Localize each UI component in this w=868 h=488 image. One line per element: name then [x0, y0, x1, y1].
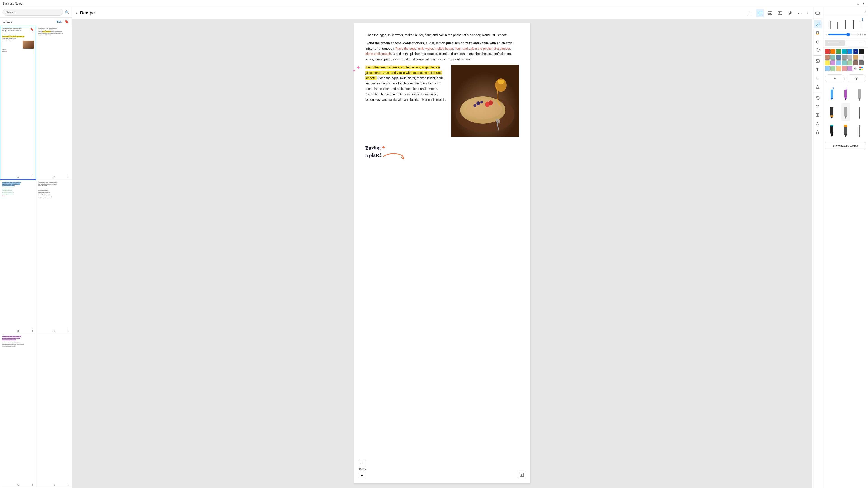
search-input[interactable]	[3, 9, 63, 15]
highlight-draw-button[interactable]	[813, 29, 822, 37]
color-purple-light[interactable]	[847, 66, 852, 71]
panel-view-button[interactable]	[746, 9, 754, 17]
color-cream[interactable]	[859, 55, 864, 60]
color-sage[interactable]	[847, 60, 852, 65]
pen-preset-2[interactable]	[835, 18, 841, 29]
color-grid-icon[interactable]	[859, 66, 864, 71]
color-black[interactable]	[859, 49, 864, 54]
zoom-out-button[interactable]: −	[359, 472, 366, 479]
pen-preset-1[interactable]	[827, 18, 834, 29]
thumbnail-more-button[interactable]: ⋮	[31, 328, 34, 332]
image-button[interactable]	[766, 9, 774, 17]
pen-gray[interactable]	[855, 85, 864, 102]
delete-preset-button[interactable]: 🗑	[846, 74, 866, 83]
color-green[interactable]	[836, 49, 841, 54]
color-gray[interactable]	[842, 55, 847, 60]
attach-button[interactable]	[786, 9, 794, 17]
thumbnail-more-button[interactable]: ⋮	[30, 174, 34, 178]
thumbnail-item[interactable]: Place the eggs, milk, water, melted but …	[36, 26, 72, 180]
undo-button[interactable]	[813, 94, 822, 102]
pen-orange-highlight[interactable]	[841, 122, 850, 139]
redo-button[interactable]	[813, 102, 822, 110]
pen-tool-rows	[823, 84, 868, 140]
color-orange[interactable]	[831, 49, 835, 54]
color-light-gray[interactable]	[847, 55, 852, 60]
pen-style-tapered[interactable]	[846, 40, 866, 46]
thumbnail-more-button[interactable]: ⋮	[31, 482, 34, 486]
pen-preset-4[interactable]	[850, 18, 857, 29]
pen-gray-medium[interactable]	[841, 103, 850, 121]
show-floating-toolbar-button[interactable]: Show floating toolbar	[825, 142, 866, 149]
color-slate[interactable]	[836, 55, 841, 60]
shape-button[interactable]	[813, 83, 822, 91]
move-button[interactable]	[813, 111, 822, 119]
slider-plus-icon[interactable]: +	[864, 33, 866, 36]
share-button[interactable]	[776, 9, 784, 17]
text-insert-button[interactable]: T	[813, 66, 822, 74]
more-options-button[interactable]: ⋯	[796, 9, 804, 17]
pen-style-solid[interactable]	[825, 40, 845, 46]
color-light-green[interactable]	[831, 66, 835, 71]
sidebar-separator	[813, 19, 822, 19]
color-brown[interactable]	[853, 60, 858, 65]
pen-black-wide[interactable]	[828, 103, 836, 121]
thumbnail-label: 5	[18, 484, 19, 486]
close-panel-button[interactable]: ›	[865, 9, 866, 14]
bookmark-icon[interactable]: 🔖	[64, 20, 69, 24]
keyboard-button[interactable]	[813, 9, 822, 17]
color-navy[interactable]: ✓	[853, 49, 858, 54]
thumbnail-item[interactable]: Place the eggs, milk, water, melted bu t…	[0, 334, 36, 488]
color-aqua[interactable]	[842, 60, 847, 65]
lock-button[interactable]	[813, 128, 822, 136]
forward-button[interactable]: ›	[807, 10, 808, 16]
pen-black-brush[interactable]	[828, 122, 836, 139]
color-light-blue[interactable]	[825, 66, 830, 71]
minimize-button[interactable]: ─	[851, 2, 855, 5]
color-teal[interactable]	[842, 49, 847, 54]
color-medium-gray[interactable]	[859, 60, 864, 65]
color-lavender[interactable]	[831, 60, 835, 65]
zoom-in-button[interactable]: +	[359, 459, 366, 467]
thumbnail-item[interactable]: 6 ⋮	[36, 334, 72, 488]
pen-thin[interactable]	[855, 103, 864, 121]
image-insert-button[interactable]	[813, 57, 822, 65]
pen-preset-blue[interactable]	[858, 18, 864, 29]
pen-blue[interactable]	[828, 85, 836, 102]
color-pink-light[interactable]	[842, 66, 847, 71]
edit-button[interactable]: Edit	[57, 20, 62, 23]
pen-preset-3[interactable]	[842, 18, 849, 29]
svg-rect-44	[816, 132, 819, 134]
close-button[interactable]: ✕	[862, 2, 865, 5]
thumbnail-more-button[interactable]: ⋮	[66, 174, 70, 178]
pen-size-slider[interactable]	[828, 33, 859, 36]
maximize-button[interactable]: □	[856, 2, 860, 5]
pencil-icon[interactable]: ✏	[853, 66, 858, 71]
color-tan[interactable]	[853, 55, 858, 60]
color-brown-light[interactable]	[825, 55, 830, 60]
thumbnail-item[interactable]: Place the eggs, milk, water, melted bu a…	[0, 180, 36, 334]
color-yellow[interactable]	[825, 60, 830, 65]
color-mint[interactable]	[831, 55, 835, 60]
eraser-button[interactable]	[813, 37, 822, 45]
text-format-button[interactable]: TA	[813, 74, 822, 82]
pen-draw-button[interactable]	[813, 20, 822, 28]
color-peach[interactable]	[836, 66, 841, 71]
color-sky[interactable]	[836, 60, 841, 65]
thumbnail-item[interactable]: Place the eggs, milk, water, melted bu f…	[36, 180, 72, 334]
resize-button[interactable]	[813, 120, 822, 128]
back-button[interactable]: ‹	[76, 11, 77, 15]
slider-minus-icon[interactable]: −	[825, 33, 827, 36]
add-preset-button[interactable]: ＋	[825, 74, 845, 83]
thumbnail-item[interactable]: Place the eggs, milk, water, melted but …	[0, 26, 36, 180]
add-page-button[interactable]	[518, 471, 526, 479]
search-icon-button[interactable]: 🔍	[65, 10, 69, 14]
thumbnail-more-button[interactable]: ⋮	[66, 328, 70, 332]
annotator-sidebar: T TA	[812, 7, 823, 488]
color-red[interactable]	[825, 49, 830, 54]
thumbnail-more-button[interactable]: ⋮	[66, 482, 70, 486]
color-blue[interactable]	[847, 49, 852, 54]
pen-purple[interactable]	[841, 85, 850, 102]
note-view-button[interactable]	[756, 9, 764, 17]
lasso-select-button[interactable]	[813, 46, 822, 54]
pen-thin-2[interactable]	[855, 122, 864, 139]
